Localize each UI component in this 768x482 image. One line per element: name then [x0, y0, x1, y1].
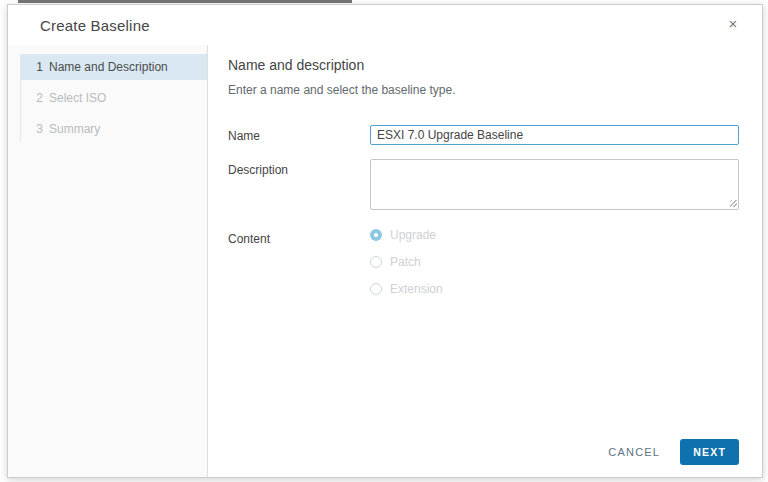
background-app-header-remnant: [18, 0, 352, 3]
radio-extension: Extension: [370, 282, 739, 296]
name-label: Name: [228, 125, 370, 145]
step-list: 1 Name and Description 2 Select ISO 3 Su…: [20, 54, 207, 142]
dialog-body: 1 Name and Description 2 Select ISO 3 Su…: [8, 45, 762, 477]
radio-unselected-icon: [370, 256, 382, 268]
step-name-and-description[interactable]: 1 Name and Description: [21, 54, 207, 80]
radio-label: Patch: [390, 255, 421, 269]
radio-label: Extension: [390, 282, 443, 296]
textarea-resize-handle[interactable]: [730, 200, 737, 207]
page-subtitle: Enter a name and select the baseline typ…: [228, 83, 739, 97]
page-title: Name and description: [228, 57, 739, 73]
dialog-header: Create Baseline ×: [8, 5, 762, 45]
radio-unselected-icon: [370, 283, 382, 295]
step-label: Select ISO: [49, 91, 106, 105]
step-number: 2: [31, 91, 43, 105]
wizard-steps-sidebar: 1 Name and Description 2 Select ISO 3 Su…: [8, 45, 208, 477]
baseline-form: Name Description Content: [228, 125, 739, 323]
close-icon[interactable]: ×: [724, 16, 742, 34]
next-button[interactable]: NEXT: [680, 439, 739, 465]
description-row: Description: [228, 159, 739, 210]
radio-selected-icon: [370, 229, 382, 241]
content-type-row: Content Upgrade Patch Extension: [228, 228, 739, 309]
name-row: Name: [228, 125, 739, 145]
step-number: 3: [31, 122, 43, 136]
dialog-title: Create Baseline: [40, 17, 150, 34]
description-label: Description: [228, 159, 370, 210]
step-label: Name and Description: [49, 60, 168, 74]
step-label: Summary: [49, 122, 100, 136]
dialog-footer: CANCEL NEXT: [604, 439, 739, 465]
radio-patch: Patch: [370, 255, 739, 269]
wizard-content-pane: Name and description Enter a name and se…: [208, 45, 762, 477]
content-label: Content: [228, 228, 370, 309]
cancel-button[interactable]: CANCEL: [604, 440, 664, 464]
step-select-iso: 2 Select ISO: [21, 85, 207, 111]
create-baseline-dialog: Create Baseline × 1 Name and Description…: [7, 4, 763, 478]
radio-label: Upgrade: [390, 228, 436, 242]
baseline-description-textarea[interactable]: [370, 159, 739, 210]
radio-upgrade: Upgrade: [370, 228, 739, 242]
step-summary: 3 Summary: [21, 116, 207, 142]
step-number: 1: [31, 60, 43, 74]
baseline-name-input[interactable]: [370, 125, 739, 145]
